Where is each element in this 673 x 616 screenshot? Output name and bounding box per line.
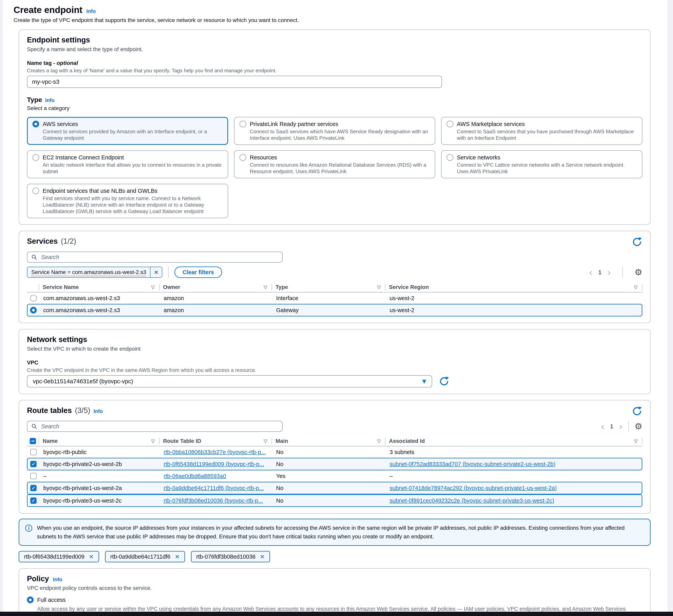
column-header-service-region[interactable]: Service Region▽ (386, 284, 642, 290)
sort-icon[interactable]: ▽ (634, 438, 638, 444)
filter-token-remove-button[interactable]: ✕ (151, 269, 162, 276)
route-tables-title: Route tables (27, 406, 72, 415)
services-refresh-button[interactable] (632, 237, 642, 247)
gear-icon: ⚙ (635, 267, 642, 277)
previous-page-button[interactable]: ‹ (589, 268, 592, 277)
next-page-button[interactable]: › (608, 268, 611, 277)
services-preferences-button[interactable]: ⚙ (635, 268, 642, 277)
route-table-row-main[interactable]: – rtb-06ae0dbd6a88593a0 Yes – (27, 471, 642, 482)
radio-icon[interactable] (240, 154, 246, 161)
service-region-cell: us-west-2 (386, 307, 642, 313)
services-search-input[interactable] (27, 252, 283, 263)
service-region-cell: us-west-2 (386, 295, 642, 302)
category-tile-aws-services[interactable]: AWS services Connect to services provide… (27, 117, 228, 145)
row-checkbox-checked[interactable]: ✓ (30, 498, 37, 504)
select-all-checkbox[interactable] (30, 438, 36, 444)
category-tile-marketplace[interactable]: AWS Marketplace services Connect to SaaS… (441, 117, 642, 145)
type-info-link[interactable]: Info (45, 97, 55, 103)
radio-checked-icon[interactable] (27, 597, 34, 603)
vpc-select-value: vpc-0eb11514a74631e5f (byovpc-vpc) (33, 378, 133, 385)
filter-token-label[interactable]: Service Name = com.amazonaws.us-west-2.s… (27, 269, 150, 275)
category-description: Connect to VPC Lattice service networks … (457, 162, 637, 175)
column-header-service-name[interactable]: Service Name▽ (39, 284, 159, 290)
token-remove-button[interactable]: ✕ (175, 553, 180, 560)
sort-icon[interactable]: ▽ (377, 438, 381, 444)
sort-icon[interactable]: ▽ (264, 284, 267, 290)
token-remove-button[interactable]: ✕ (260, 553, 265, 560)
route-table-id-link[interactable]: rtb-06ae0dbd6a88593a0 (164, 473, 226, 479)
route-table-id-link[interactable]: rtb-076fdf3b08ed10036 (byovpc-rtb-p... (164, 498, 263, 504)
vpc-label: VPC (27, 359, 642, 366)
search-icon (31, 254, 37, 260)
type-subtitle: Select a category (27, 105, 642, 111)
radio-checked-icon[interactable] (32, 121, 39, 127)
main-cell: No (273, 485, 386, 492)
vpc-refresh-button[interactable] (439, 376, 449, 387)
row-checkbox-checked[interactable]: ✓ (30, 485, 37, 491)
previous-page-button[interactable]: ‹ (601, 421, 604, 431)
sort-icon[interactable]: ▽ (264, 438, 267, 444)
policy-full-access-option[interactable]: Full access (27, 597, 642, 603)
column-divider (642, 284, 642, 291)
divider (623, 267, 623, 277)
owner-cell: amazon (160, 307, 272, 313)
column-header-main[interactable]: Main▽ (272, 438, 385, 444)
name-tag-input[interactable] (27, 76, 442, 88)
route-table-row-private1[interactable]: ✓ byovpc-rtb-private1-us-west-2a rtb-0a9… (27, 482, 642, 494)
page-info-link[interactable]: Info (86, 8, 96, 14)
vpc-select[interactable]: vpc-0eb11514a74631e5f (byovpc-vpc) ▼ (27, 375, 432, 387)
radio-icon[interactable] (447, 121, 453, 127)
sort-icon[interactable]: ▽ (151, 284, 155, 290)
route-tables-card: Route tables(3/5)Info ‹ 1 › ⚙ Name▽ (19, 400, 651, 514)
category-tiles: AWS services Connect to services provide… (27, 117, 642, 218)
divider (628, 421, 629, 431)
radio-icon[interactable] (32, 154, 39, 161)
clear-filters-button[interactable]: Clear filters (175, 267, 222, 278)
route-table-id-link[interactable]: rtb-0a9ddbe64c1711df6 (byovpc-rtb-p... (164, 485, 264, 491)
category-tile-privatelink-partner[interactable]: PrivateLink Ready partner services Conne… (234, 117, 435, 145)
column-header-associated-id[interactable]: Associated Id▽ (386, 438, 642, 444)
selected-route-table-tokens: rtb-0f65438d1199ed009 ✕ rtb-0a9ddbe64c17… (19, 551, 651, 562)
route-tables-refresh-button[interactable] (632, 406, 642, 416)
category-tile-service-networks[interactable]: Service networks Connect to VPC Lattice … (441, 150, 642, 178)
category-tile-resources[interactable]: Resources Connect to resources like Amaz… (234, 150, 435, 178)
subnet-link[interactable]: subnet-0f752ad83333ad707 (byovpc-subnet-… (390, 461, 555, 467)
route-table-id-link[interactable]: rtb-0bba10806b33cb27e (byovpc-rtb-p... (164, 449, 266, 455)
subnet-link[interactable]: subnet-0f891cec049232c2e (byovpc-subnet-… (390, 498, 554, 504)
chevron-right-icon: › (619, 421, 623, 431)
service-row-gateway[interactable]: com.amazonaws.us-west-2.s3 amazon Gatewa… (27, 304, 642, 316)
radio-checked-icon[interactable] (30, 307, 37, 313)
row-checkbox[interactable] (30, 449, 37, 455)
sort-icon[interactable]: ▽ (377, 284, 381, 290)
sort-icon[interactable]: ▽ (151, 438, 155, 444)
column-header-owner[interactable]: Owner▽ (160, 284, 272, 290)
radio-icon[interactable] (240, 121, 246, 127)
service-row-interface[interactable]: com.amazonaws.us-west-2.s3 amazon Interf… (27, 292, 642, 304)
policy-info-link[interactable]: Info (53, 577, 62, 583)
row-checkbox[interactable] (30, 473, 37, 479)
route-table-row-private2[interactable]: ✓ byovpc-rtb-private2-us-west-2b rtb-0f6… (27, 458, 642, 471)
route-tables-search-input[interactable] (27, 421, 283, 432)
column-header-type[interactable]: Type▽ (272, 284, 385, 290)
route-tables-info-link[interactable]: Info (93, 407, 103, 416)
column-header-name[interactable]: Name▽ (39, 438, 159, 444)
row-checkbox-checked[interactable]: ✓ (30, 461, 37, 467)
next-page-button[interactable]: › (619, 421, 623, 431)
radio-icon[interactable] (32, 188, 39, 194)
check-icon: ✓ (31, 485, 35, 491)
category-tile-nlb-gwlb[interactable]: Endpoint services that use NLBs and GWLB… (27, 184, 228, 218)
alert-text: When you use an endpoint, the source IP … (37, 524, 644, 541)
column-header-route-table-id[interactable]: Route Table ID▽ (160, 438, 272, 444)
token-remove-button[interactable]: ✕ (89, 553, 93, 560)
subnets-popover-link[interactable]: 3 subnets (390, 449, 414, 455)
radio-icon[interactable] (447, 154, 453, 161)
category-tile-ec2-instance-connect[interactable]: EC2 Instance Connect Endpoint An elastic… (27, 150, 228, 178)
route-table-row-public[interactable]: byovpc-rtb-public rtb-0bba10806b33cb27e … (27, 446, 642, 458)
route-tables-preferences-button[interactable]: ⚙ (635, 421, 642, 431)
route-table-id-link[interactable]: rtb-0f65438d1199ed009 (byovpc-rtb-p... (164, 461, 264, 467)
sort-icon[interactable]: ▽ (634, 284, 638, 290)
route-table-row-private3[interactable]: ✓ byovpc-rtb-private3-us-west-2c rtb-076… (27, 494, 642, 507)
subnet-link[interactable]: subnet-07418de78974ac292 (byovpc-subnet-… (390, 485, 557, 491)
radio-icon[interactable] (30, 295, 37, 302)
scrollbar[interactable] (668, 0, 673, 616)
